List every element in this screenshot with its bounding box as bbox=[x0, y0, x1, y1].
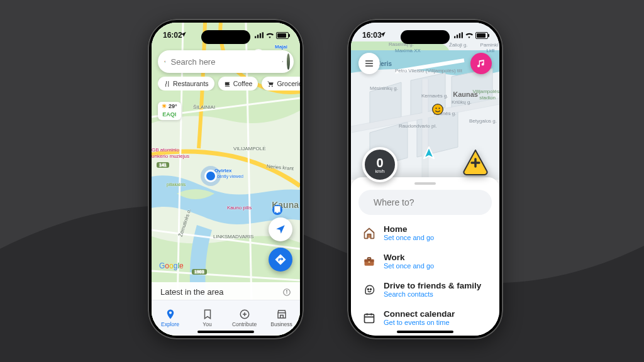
map-label-kaunas: Kaunas bbox=[453, 90, 478, 98]
my-location-button[interactable] bbox=[269, 217, 292, 241]
account-avatar[interactable] bbox=[287, 53, 290, 70]
chip-label: Restaurants bbox=[173, 80, 209, 87]
dest-sub: Set once and go bbox=[384, 234, 434, 241]
map-label-kauno: Kauno pilis bbox=[227, 205, 252, 211]
map-label-kriukiu: Kriūkų g. bbox=[452, 99, 472, 105]
map-label-maxima: Maxima XX bbox=[395, 48, 421, 53]
directions-button[interactable] bbox=[269, 248, 292, 272]
location-arrow-icon bbox=[275, 224, 286, 235]
phone-google-maps: 16:02 bbox=[148, 19, 304, 339]
svg-rect-17 bbox=[462, 32, 463, 38]
map-label-stadion: stadion bbox=[479, 95, 496, 101]
phone-waze: 16:03 bbox=[347, 19, 503, 339]
sun-icon: ☀ bbox=[162, 104, 167, 110]
dest-title: Drive to friends & family bbox=[384, 281, 481, 290]
area-sheet[interactable]: Latest in the area bbox=[152, 282, 300, 300]
groceries-icon bbox=[267, 80, 274, 87]
background-wave bbox=[0, 186, 644, 362]
info-icon[interactable] bbox=[282, 288, 291, 297]
svg-rect-16 bbox=[459, 33, 460, 38]
category-chips: Restaurants Coffee Groceries bbox=[158, 77, 300, 90]
svg-point-23 bbox=[435, 107, 436, 109]
svg-point-34 bbox=[370, 288, 372, 290]
dest-title: Work bbox=[384, 253, 434, 262]
drag-handle[interactable] bbox=[414, 182, 436, 185]
svg-point-6 bbox=[275, 212, 276, 213]
destination-home[interactable]: HomeSet once and go bbox=[351, 219, 499, 247]
transit-pin-icon[interactable] bbox=[272, 205, 282, 215]
map-label-kernaves: Kernavės g. bbox=[421, 93, 448, 99]
google-logo-icon bbox=[164, 57, 166, 66]
wifi-icon bbox=[265, 32, 274, 38]
search-input[interactable] bbox=[170, 57, 278, 67]
destination-calendar[interactable]: Connect calendarGet to events on time bbox=[351, 304, 499, 332]
svg-rect-32 bbox=[369, 261, 370, 263]
map-label-silainiai: ŠILAINIAI bbox=[193, 104, 215, 110]
weather-aqi-badge[interactable]: ☀29° EAQI bbox=[158, 102, 181, 120]
svg-rect-1 bbox=[257, 35, 258, 38]
road-shield-141: 141 bbox=[157, 162, 169, 168]
calendar-icon bbox=[362, 311, 376, 325]
tab-explore[interactable]: Explore bbox=[152, 300, 189, 336]
briefcase-icon bbox=[362, 255, 376, 268]
directions-icon bbox=[274, 253, 287, 266]
tab-label: You bbox=[203, 321, 211, 327]
mic-icon[interactable] bbox=[282, 57, 284, 66]
music-button[interactable] bbox=[470, 53, 492, 74]
map-label-linksmadvaris: LINKSMADVARIS bbox=[213, 234, 253, 239]
coffee-icon bbox=[224, 80, 231, 87]
chip-groceries[interactable]: Groceries bbox=[262, 77, 300, 90]
tab-label: Contribute bbox=[232, 321, 257, 327]
svg-point-22 bbox=[433, 104, 443, 115]
waze-search-input[interactable] bbox=[372, 197, 485, 208]
map-label-museum2: unkerio muziejus bbox=[152, 153, 189, 159]
aqi-label: EAQI bbox=[162, 112, 176, 118]
chip-coffee[interactable]: Coffee bbox=[218, 77, 258, 90]
dynamic-island bbox=[401, 30, 450, 44]
destinations-panel[interactable]: HomeSet once and go WorkSet once and go … bbox=[351, 177, 499, 336]
svg-rect-15 bbox=[457, 35, 458, 38]
chip-restaurants[interactable]: Restaurants bbox=[158, 77, 214, 90]
map-label-ovirtex-sub: ecently viewed bbox=[214, 174, 243, 178]
destination-work[interactable]: WorkSet once and go bbox=[351, 247, 499, 275]
menu-button[interactable] bbox=[358, 53, 380, 74]
dest-sub: Get to events on time bbox=[384, 319, 455, 326]
current-location-dot bbox=[204, 170, 217, 182]
map-label-piliakalnis: piliakalnis bbox=[167, 182, 186, 187]
map-label-lidl: Lidl bbox=[487, 48, 494, 53]
chip-label: Coffee bbox=[233, 80, 253, 87]
map-label-museum1: GB atominio bbox=[152, 147, 179, 153]
svg-rect-3 bbox=[262, 32, 264, 38]
status-time: 16:02 bbox=[163, 31, 182, 40]
destination-friends[interactable]: Drive to friends & familySearch contacts bbox=[351, 275, 499, 304]
speed-unit: km/h bbox=[375, 169, 384, 173]
current-location-arrow bbox=[421, 146, 436, 163]
status-time: 16:03 bbox=[362, 31, 382, 40]
svg-rect-2 bbox=[260, 33, 261, 38]
location-services-icon bbox=[380, 31, 386, 40]
map-label-raudondvario: Raudondvario pl. bbox=[399, 123, 436, 129]
tab-label: Business bbox=[270, 321, 292, 327]
wazer-icon bbox=[362, 283, 376, 297]
svg-point-33 bbox=[367, 288, 369, 290]
map-label-bridge: Petro Vileišio (Vilijampolės) tilt bbox=[395, 68, 462, 74]
dest-title: Connect calendar bbox=[384, 309, 455, 319]
report-button[interactable] bbox=[462, 148, 489, 176]
battery-icon bbox=[475, 32, 488, 39]
weather-temp: 29° bbox=[169, 104, 177, 110]
sheet-title: Latest in the area bbox=[160, 287, 223, 297]
dynamic-island bbox=[201, 30, 250, 44]
comparison-stage: 16:02 bbox=[0, 0, 644, 362]
map-label-mesininku: Mėsininkų g. bbox=[370, 85, 398, 91]
bookmark-icon bbox=[202, 309, 213, 320]
dest-title: Home bbox=[384, 224, 434, 234]
explore-pin-icon bbox=[165, 309, 176, 320]
svg-point-10 bbox=[286, 290, 287, 291]
speedometer[interactable]: 0 km/h bbox=[362, 147, 397, 182]
waze-mood-icon bbox=[431, 103, 444, 116]
search-bar[interactable] bbox=[158, 50, 294, 73]
hamburger-icon bbox=[364, 58, 374, 69]
tab-business[interactable]: Business bbox=[263, 300, 300, 336]
waze-search-bar[interactable] bbox=[358, 190, 492, 215]
plus-circle-icon bbox=[239, 309, 250, 320]
